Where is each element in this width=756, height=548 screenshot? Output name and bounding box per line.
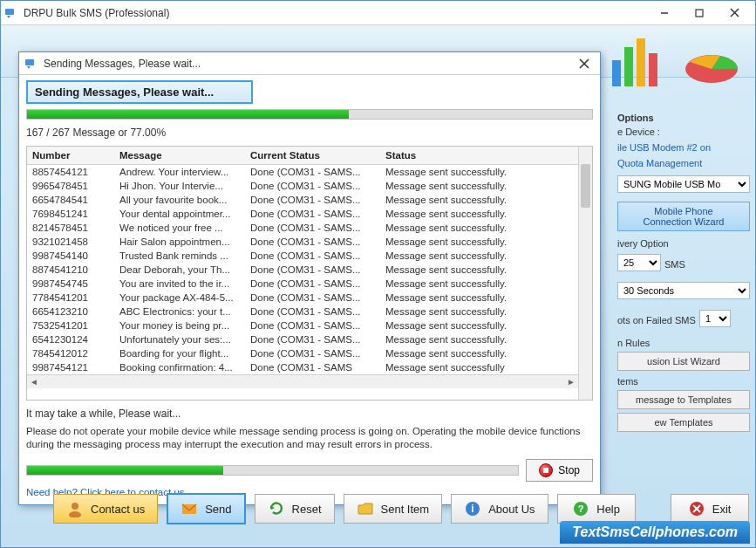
col-message[interactable]: Message — [114, 147, 245, 165]
send-button[interactable]: Send — [167, 493, 245, 524]
svg-rect-2 — [696, 10, 703, 17]
sent-item-button[interactable]: Sent Item — [344, 494, 443, 524]
table-row[interactable]: 7698451241Your dental appointmer...Done … — [27, 207, 578, 221]
dialog-close-button[interactable] — [574, 55, 595, 72]
cell-cs: Done (COM31 - SAMS... — [245, 207, 380, 221]
cell-message: Unfortunately your ses:... — [114, 332, 245, 346]
svg-point-13 — [72, 503, 78, 510]
table-row[interactable]: 7784541201Your package AX-484-5...Done (… — [27, 291, 578, 305]
table-row[interactable]: 7532541201Your money is being pr...Done … — [27, 319, 578, 332]
close-icon — [688, 500, 705, 517]
col-current-status[interactable]: Current Status — [245, 147, 380, 165]
device-value-link[interactable]: ile USB Modem #2 on — [617, 142, 750, 153]
cell-number: 9987454745 — [27, 277, 114, 291]
cell-number: 7532541201 — [27, 319, 114, 332]
warning-text: Please do not operate your mobile device… — [26, 425, 593, 452]
svg-rect-10 — [25, 59, 34, 65]
reset-button[interactable]: Reset — [255, 494, 335, 524]
col-status[interactable]: Status — [380, 147, 578, 165]
scroll-right-icon[interactable]: ► — [564, 377, 578, 387]
table-row[interactable]: 9321021458Hair Salon appointmen...Done (… — [27, 235, 578, 249]
exit-button[interactable]: Exit — [671, 494, 749, 524]
cell-number: 9965478451 — [27, 179, 114, 193]
table-row[interactable]: 8874541210Dear Deborah, your Th...Done (… — [27, 263, 578, 277]
table-row[interactable]: 9987454121Booking confirmation: 4...Done… — [27, 360, 578, 374]
bottom-toolbar: Contact us Send Reset Sent Item i About … — [53, 493, 749, 524]
contact-us-button[interactable]: Contact us — [53, 494, 158, 524]
main-progress-fill — [27, 110, 349, 119]
exclusion-list-wizard-button[interactable]: usion List Wizard — [617, 352, 750, 371]
cell-message: We noticed your free ... — [114, 221, 245, 235]
delivery-option-heading: ivery Option — [617, 238, 750, 249]
cell-st: Message sent successfully. — [380, 235, 578, 249]
cell-cs: Done (COM31 - SAMS... — [245, 332, 380, 346]
message-table: Number Message Current Status Status 885… — [26, 146, 593, 401]
rules-heading: n Rules — [617, 338, 750, 348]
delay-select[interactable]: 30 Seconds — [617, 282, 750, 299]
cell-st: Message sent successfully. — [380, 221, 578, 235]
stop-icon — [539, 463, 553, 477]
view-templates-button[interactable]: ew Templates — [617, 413, 750, 432]
retry-select[interactable]: 1 — [699, 310, 731, 327]
progress-text: 167 / 267 Message or 77.00% — [26, 127, 593, 139]
device-select[interactable]: SUNG Mobile USB Mo — [617, 175, 750, 193]
cell-number: 8857454121 — [27, 165, 114, 180]
options-panel: Options e Device : ile USB Modem #2 on Q… — [617, 113, 750, 435]
col-number[interactable]: Number — [27, 147, 114, 165]
svg-rect-8 — [649, 53, 657, 86]
table-row[interactable]: 9987454745You are invited to the ir...Do… — [27, 277, 578, 291]
cell-st: Message sent successfully. — [380, 207, 578, 221]
envelope-icon — [180, 500, 198, 517]
cell-number: 9987454121 — [27, 360, 114, 374]
cell-number: 7845412012 — [27, 346, 114, 360]
cell-cs: Done (COM31 - SAMS... — [245, 305, 380, 319]
maximize-button[interactable] — [682, 3, 717, 24]
stop-button[interactable]: Stop — [526, 459, 593, 482]
table-row[interactable]: 8857454121Andrew. Your interview...Done … — [27, 165, 578, 180]
charts-decoration — [607, 25, 746, 95]
cell-message: Boarding for your flight... — [114, 346, 245, 360]
svg-rect-5 — [612, 60, 621, 86]
vertical-scrollbar[interactable] — [578, 147, 592, 400]
svg-text:i: i — [471, 503, 473, 515]
info-icon: i — [464, 500, 481, 517]
cell-cs: Done (COM31 - SAMS... — [245, 165, 380, 180]
scroll-thumb[interactable] — [581, 164, 590, 208]
message-to-templates-button[interactable]: message to Templates — [617, 390, 750, 409]
help-button[interactable]: ? Help — [557, 494, 636, 524]
cell-message: All your favourite book... — [114, 193, 245, 207]
person-icon — [66, 500, 84, 517]
cell-st: Message sent successfully — [380, 360, 578, 374]
cell-st: Message sent successfully. — [380, 249, 578, 263]
main-window: DRPU Bulk SMS (Professional) Options e D… — [0, 0, 756, 548]
cell-st: Message sent successfully. — [380, 193, 578, 207]
svg-text:?: ? — [578, 503, 584, 514]
minimize-button[interactable] — [647, 3, 682, 24]
cell-number: 7784541201 — [27, 291, 114, 305]
about-us-button[interactable]: i About Us — [451, 494, 548, 524]
table-row[interactable]: 6654123210ABC Electronics: your t...Done… — [27, 305, 578, 319]
horizontal-scrollbar[interactable]: ◄ ► — [27, 374, 578, 388]
cell-number: 8214578451 — [27, 221, 114, 235]
table-row[interactable]: 7845412012Boarding for your flight...Don… — [27, 346, 578, 360]
table-row[interactable]: 9987454140Trusted Bank reminds ...Done (… — [27, 249, 578, 263]
quota-management-link[interactable]: Quota Management — [617, 158, 750, 168]
table-row[interactable]: 8214578451We noticed your free ...Done (… — [27, 221, 578, 235]
table-row[interactable]: 6541230124Unfortunately your ses:...Done… — [27, 332, 578, 346]
table-row[interactable]: 6654784541All your favourite book...Done… — [27, 193, 578, 207]
sms-count-select[interactable]: 25 — [617, 254, 661, 271]
cell-number: 6541230124 — [27, 332, 114, 346]
connection-wizard-button[interactable]: Mobile Phone Connection Wizard — [617, 202, 750, 231]
cell-st: Message sent successfully. — [380, 332, 578, 346]
svg-rect-6 — [624, 47, 633, 86]
table-row[interactable]: 9965478451Hi Jhon. Your Intervie...Done … — [27, 179, 578, 193]
close-button[interactable] — [717, 3, 752, 24]
retry-label: ots on Failed SMS — [617, 315, 696, 325]
svg-point-14 — [69, 511, 81, 517]
stop-label: Stop — [558, 464, 580, 476]
cell-cs: Done (COM31 - SAMS... — [245, 249, 380, 263]
scroll-left-icon[interactable]: ◄ — [27, 377, 41, 387]
cell-message: You are invited to the ir... — [114, 277, 245, 291]
items-heading: tems — [617, 376, 750, 387]
sending-dialog: Sending Messages, Please wait... Sending… — [18, 51, 601, 505]
